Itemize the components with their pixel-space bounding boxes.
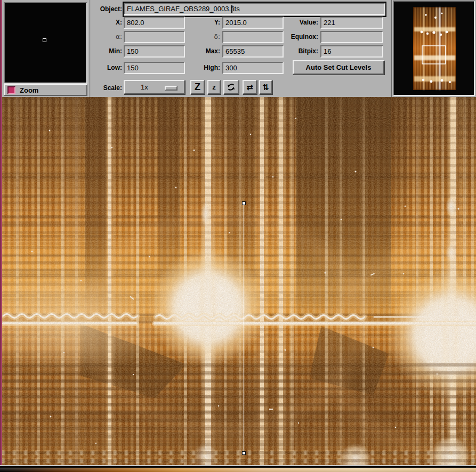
value-field[interactable] — [320, 17, 383, 29]
panner-thumbnail — [394, 2, 474, 95]
object-input[interactable] — [125, 4, 386, 14]
x-label: X: — [90, 18, 122, 28]
min-input[interactable] — [125, 46, 186, 56]
bitpix-field[interactable] — [320, 45, 383, 58]
delta-field[interactable] — [222, 31, 284, 43]
object-field[interactable] — [124, 3, 385, 15]
bitpix-input[interactable] — [321, 46, 384, 56]
scale-label: Scale: — [90, 83, 122, 93]
zoom-toggle[interactable]: Zoom — [4, 84, 87, 96]
separator — [391, 0, 392, 97]
x-input[interactable] — [125, 18, 186, 28]
y-field[interactable] — [222, 17, 284, 29]
flip-vertical-button[interactable]: ⇅ — [259, 80, 272, 94]
low-field[interactable] — [124, 62, 185, 74]
high-field[interactable] — [222, 62, 284, 74]
rtd-window: Zoom Object: X: Y: Value: α: δ: Eq — [0, 0, 476, 472]
control-panel: Zoom Object: X: Y: Value: α: δ: Eq — [0, 0, 476, 97]
text-cursor — [231, 5, 232, 13]
value-label: Value: — [282, 18, 318, 28]
zoom-preview-canvas[interactable] — [4, 2, 87, 84]
zoom-toggle-label: Zoom — [20, 86, 38, 94]
max-input[interactable] — [223, 46, 285, 56]
min-label: Min: — [90, 46, 122, 56]
object-field-focus-ring — [123, 2, 386, 17]
alpha-label: α: — [90, 32, 122, 42]
object-label: Object: — [90, 4, 122, 14]
high-input[interactable] — [223, 63, 285, 73]
auto-set-cut-levels-button[interactable]: Auto Set Cut Levels — [293, 60, 384, 75]
zoom-checkbox-icon[interactable] — [7, 86, 15, 94]
delta-input[interactable] — [223, 32, 285, 42]
min-field[interactable] — [124, 45, 185, 58]
measure-line-top-handle[interactable] — [242, 201, 246, 205]
flip-vertical-icon: ⇅ — [262, 83, 269, 92]
max-label: Max: — [188, 46, 220, 56]
low-label: Low: — [90, 63, 122, 73]
equinox-field[interactable] — [320, 31, 383, 43]
low-input[interactable] — [125, 63, 186, 73]
rotate-button[interactable] — [223, 80, 239, 94]
measure-line-bottom-handle[interactable] — [242, 451, 246, 455]
main-image-display[interactable] — [0, 97, 476, 465]
delta-label: δ: — [188, 32, 220, 42]
y-input[interactable] — [223, 18, 285, 28]
scale-option-menu[interactable]: 1x — [124, 80, 185, 94]
measure-line[interactable] — [244, 203, 244, 453]
alpha-input[interactable] — [125, 32, 186, 42]
max-field[interactable] — [222, 45, 284, 58]
panner-panel[interactable] — [393, 1, 475, 96]
equinox-label: Equinox: — [282, 32, 318, 42]
zoom-center-marker — [43, 38, 46, 42]
option-menu-indicator-icon — [165, 86, 178, 91]
flip-horizontal-button[interactable]: ⇄ — [243, 80, 257, 94]
alpha-field[interactable] — [124, 31, 185, 43]
bottom-gradient-bar — [0, 468, 476, 472]
rotate-icon — [227, 83, 236, 92]
value-input[interactable] — [321, 18, 384, 28]
window-left-edge — [0, 0, 2, 465]
bitpix-label: Bitpix: — [282, 46, 318, 56]
zoom-out-button[interactable]: z — [207, 80, 221, 94]
y-label: Y: — [188, 18, 220, 28]
equinox-input[interactable] — [321, 32, 384, 42]
high-label: High: — [188, 63, 220, 73]
zoom-in-button[interactable]: Z — [190, 80, 205, 94]
flip-horizontal-icon: ⇄ — [246, 83, 253, 92]
zoom-preview-panel: Zoom — [2, 1, 88, 96]
x-field[interactable] — [124, 17, 185, 29]
image-noise-texture — [0, 97, 476, 465]
scale-value: 1x — [141, 83, 148, 91]
